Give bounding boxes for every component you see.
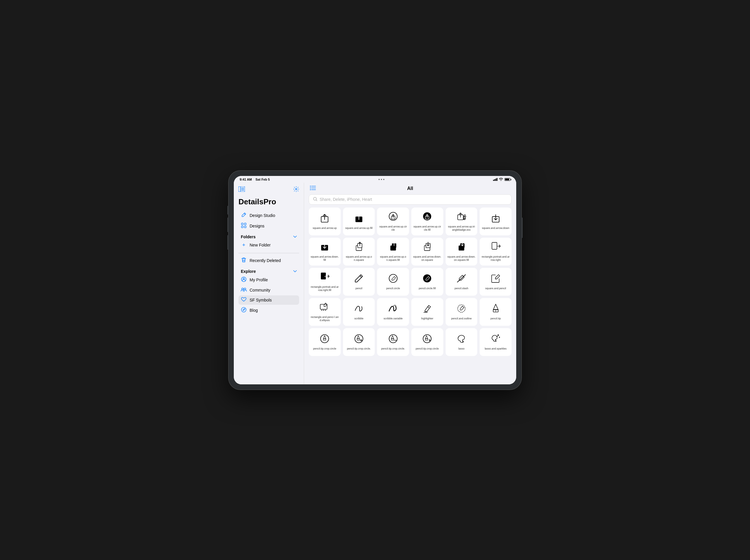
- share-down-on-square-fill-icon: [457, 242, 466, 253]
- rect-portrait-arrow-right-fill-icon: [320, 272, 329, 284]
- recently-deleted-label: Recently Deleted: [250, 258, 281, 263]
- new-folder-label: New Folder: [250, 243, 271, 247]
- share-down-on-square-icon: [422, 242, 432, 253]
- share-up-on-square-icon: [354, 242, 363, 253]
- icon-cell-pencil-tip-crop-circle-minus[interactable]: pencil.tip.crop.circle.: [377, 328, 409, 356]
- battery-icon: [505, 178, 510, 181]
- sidebar-toggle-button[interactable]: [238, 186, 245, 193]
- settings-button[interactable]: [293, 186, 299, 193]
- icon-cell-square-arrow-up-circle[interactable]: square.and.arrow.up.circle: [377, 208, 409, 235]
- icon-cell-scribble-variable[interactable]: scribble.variable: [377, 298, 409, 326]
- pencil-circle-icon: [389, 274, 398, 285]
- svg-line-53: [428, 307, 429, 308]
- svg-point-14: [241, 307, 246, 312]
- icon-label: lasso: [458, 347, 465, 350]
- content-header: All: [304, 183, 516, 194]
- svg-rect-48: [320, 305, 327, 309]
- icon-cell-pencil-tip[interactable]: pencil.tip: [479, 298, 512, 326]
- pencil-tip-crop-circle-arrow-icon: [422, 334, 432, 346]
- svg-rect-60: [357, 339, 360, 340]
- svg-point-46: [423, 274, 431, 283]
- icon-cell-pencil-circle[interactable]: pencil.circle: [377, 268, 409, 296]
- icon-cell-square-arrow-down-fill[interactable]: square.and.arrow.down.fill: [309, 238, 341, 266]
- icon-cell-pencil-tip-crop-circle-arrow[interactable]: pencil.tip.crop.circle: [411, 328, 443, 356]
- icon-cell-lasso-and-sparkles[interactable]: lasso.and.sparkles: [479, 328, 512, 356]
- trash-icon: [241, 257, 247, 264]
- scribble-icon: [354, 304, 363, 315]
- icon-cell-square-arrow-up-triangle[interactable]: ! ! square.and.arrow.up.trianglebadge.ex…: [446, 208, 477, 235]
- icon-label: pencil.tip: [490, 317, 501, 320]
- icon-label: square.and.arrow.up.trianglebadge.exc: [447, 225, 476, 231]
- icon-label: square.and.arrow.up.fill: [345, 227, 372, 230]
- icon-label: square.and.arrow.down.on.square.fill: [447, 255, 476, 262]
- folders-chevron-icon[interactable]: [293, 235, 297, 239]
- share-down-icon: [491, 213, 500, 225]
- share-down-fill-icon: [320, 242, 329, 253]
- icon-cell-share-up-on-square-fill[interactable]: square.and.arrow.up.on.square.fill: [377, 238, 409, 266]
- sidebar-item-design-studio[interactable]: Design Studio: [238, 210, 299, 221]
- icon-label: square.and.arrow.up.circle: [379, 225, 407, 231]
- person-circle-icon: [241, 277, 247, 283]
- svg-rect-58: [323, 339, 326, 340]
- svg-rect-8: [241, 226, 243, 228]
- battery-level: [505, 179, 509, 180]
- icon-cell-square-arrow-up[interactable]: square.and.arrow.up: [309, 208, 341, 235]
- icon-cell-square-arrow-down[interactable]: square.and.arrow.down: [479, 208, 512, 235]
- icons-row-4: rectangle.and.penci l.and.ellipsis scrib…: [309, 298, 512, 326]
- folders-section-header: Folders: [238, 231, 299, 240]
- highlighter-icon: [422, 304, 432, 315]
- new-folder-button[interactable]: + New Folder: [238, 240, 299, 250]
- icon-cell-pencil-tip-crop-circle-plus[interactable]: pencil.tip.crop.circle.: [343, 328, 375, 356]
- svg-rect-44: [321, 273, 326, 279]
- icon-label: rectangle.and.penci l.and.ellipsis: [311, 315, 339, 322]
- sidebar-item-designs[interactable]: Designs: [238, 221, 299, 231]
- plus-icon: +: [241, 242, 247, 248]
- search-input-placeholder[interactable]: Share, Delete, iPhone, Heart: [320, 197, 507, 202]
- search-bar[interactable]: Share, Delete, iPhone, Heart: [309, 194, 512, 205]
- icon-cell-square-arrow-up-fill[interactable]: square.and.arrow.up.fill: [343, 208, 375, 235]
- icon-cell-pencil-tip-crop-circle[interactable]: pencil.tip.crop.circle: [309, 328, 341, 356]
- icon-cell-share-up-on-square[interactable]: square.and.arrow.up.on.square: [343, 238, 375, 266]
- svg-rect-7: [244, 223, 246, 225]
- pencil-draw-icon: [354, 274, 363, 285]
- volume-mute-button[interactable]: [228, 206, 229, 214]
- icon-cell-rect-portrait-arrow-right-fill[interactable]: rectangle.portrait.and.arrow.right.fill: [309, 268, 341, 296]
- volume-up-button[interactable]: [228, 217, 229, 232]
- icon-cell-square-arrow-up-circle-fill[interactable]: square.and.arrow.up.circle.fill: [411, 208, 443, 235]
- status-center-dots: [378, 179, 384, 180]
- icon-cell-pencil-circle-fill[interactable]: pencil.circle.fill: [411, 268, 443, 296]
- explore-chevron-icon[interactable]: [293, 269, 297, 273]
- icon-cell-pencil-and-outline[interactable]: pencil.and.outline: [446, 298, 477, 326]
- power-button[interactable]: [521, 217, 522, 238]
- icon-label: scribble: [354, 317, 363, 320]
- icon-label: pencil.slash: [454, 287, 468, 290]
- icon-cell-rect-pencil-ellipsis[interactable]: rectangle.and.penci l.and.ellipsis: [309, 298, 341, 326]
- icon-cell-lasso[interactable]: lasso: [446, 328, 477, 356]
- share-up-circle-icon: [389, 212, 398, 223]
- folders-title: Folders: [241, 234, 256, 239]
- pencil-tip-crop-circle-icon: [320, 334, 329, 346]
- blog-label: Blog: [250, 308, 258, 313]
- volume-down-button[interactable]: [228, 235, 229, 250]
- icon-cell-square-and-pencil[interactable]: square.and.pencil: [479, 268, 512, 296]
- sidebar-item-community[interactable]: Community: [238, 285, 299, 295]
- icon-label: square.and.arrow.up: [313, 227, 337, 230]
- list-view-button[interactable]: [310, 186, 316, 191]
- lasso-icon: [457, 334, 466, 346]
- sidebar-item-sf-symbols[interactable]: SF Symbols: [238, 295, 299, 305]
- sidebar-item-recently-deleted[interactable]: Recently Deleted: [238, 255, 299, 266]
- icon-cell-pencil[interactable]: pencil: [343, 268, 375, 296]
- icon-cell-pencil-slash[interactable]: pencil.slash: [446, 268, 477, 296]
- icon-cell-rect-portrait-arrow-right[interactable]: rectangle.portrait.and.arrow.right: [479, 238, 512, 266]
- sidebar-item-my-profile[interactable]: My Profile: [238, 275, 299, 285]
- icon-cell-share-down-on-square[interactable]: square.and.arrow.down.on.square: [411, 238, 443, 266]
- svg-point-13: [244, 288, 246, 290]
- icon-cell-highlighter[interactable]: highlighter: [411, 298, 443, 326]
- icons-grid: square.and.arrow.up square.and.arrow.up.…: [304, 208, 516, 385]
- icon-cell-share-down-on-square-fill[interactable]: square.and.arrow.down.on.square.fill: [446, 238, 477, 266]
- sidebar-item-blog[interactable]: Blog: [238, 305, 299, 315]
- wifi-icon: [499, 178, 503, 182]
- icon-cell-scribble[interactable]: scribble: [343, 298, 375, 326]
- svg-point-20: [310, 189, 311, 190]
- svg-rect-64: [426, 339, 428, 340]
